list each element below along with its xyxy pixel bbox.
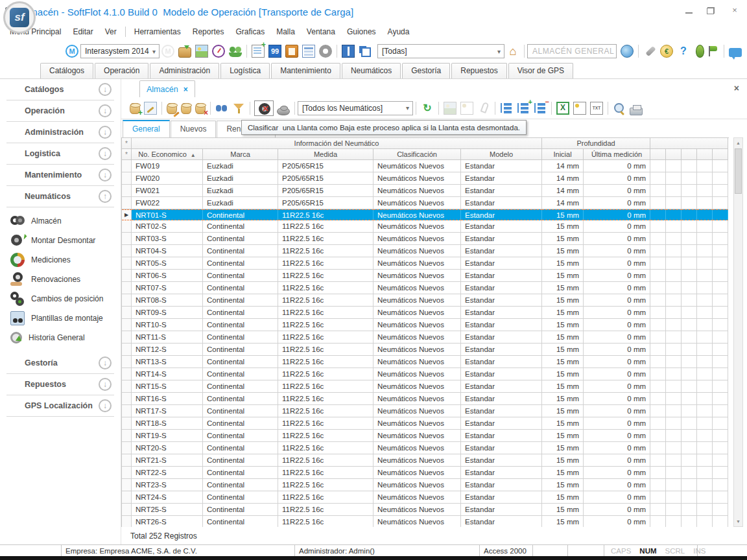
expand-circle-icon[interactable]: ↓	[99, 169, 112, 181]
database-icon[interactable]	[181, 103, 191, 114]
bug-report-icon[interactable]	[696, 45, 704, 58]
tab-almacen[interactable]: Almacén ×	[139, 80, 195, 97]
sidebar-item-almac-n[interactable]: Almacén	[0, 211, 121, 231]
expand-circle-icon[interactable]: ↓	[99, 126, 112, 139]
windows-icon[interactable]	[359, 45, 372, 58]
table-row[interactable]: NRT26-SContinental11R22.5 16cNeumáticos …	[122, 516, 728, 527]
sidebar-item-cambios-de-posici-n[interactable]: Cambios de posición	[0, 289, 121, 309]
group-list-icon[interactable]	[500, 102, 513, 115]
minimize-button[interactable]	[685, 8, 693, 14]
table-row[interactable]: NRT20-SContinental11R22.5 16cNeumáticos …	[122, 442, 728, 454]
table-row[interactable]: NRT15-SContinental11R22.5 16cNeumáticos …	[122, 380, 728, 393]
sidebar-item-historia-general[interactable]: Historia General	[0, 328, 121, 347]
column-header-no-economico[interactable]: No. Economico▲	[132, 149, 203, 160]
archive-icon[interactable]	[178, 47, 191, 58]
table-row[interactable]: NRT18-SContinental11R22.5 16cNeumáticos …	[122, 417, 728, 430]
column-header-medida[interactable]: Medida	[278, 149, 374, 160]
sidebar-group-neum-ticos[interactable]: Neumáticos↑	[6, 186, 114, 207]
search-wizard-icon[interactable]	[144, 102, 157, 115]
panel-close-icon[interactable]: ×	[734, 83, 739, 93]
close-button[interactable]: ×	[729, 5, 741, 16]
tire-baja-button-hovered[interactable]: ×	[254, 100, 274, 116]
module-tab-cat-logos[interactable]: Catálogos	[40, 63, 93, 78]
table-row[interactable]: NRT24-SContinental11R22.5 16cNeumáticos …	[122, 491, 728, 504]
subtab-general[interactable]: General	[123, 120, 170, 137]
table-row[interactable]: NRT23-SContinental11R22.5 16cNeumáticos …	[122, 479, 728, 491]
table-row[interactable]: FW019EuzkadiP205/65R15Neumáticos NuevosE…	[122, 160, 728, 172]
export-note-icon[interactable]	[573, 102, 586, 115]
users-icon[interactable]	[229, 45, 242, 57]
sidebar-group-repuestos[interactable]: Repuestos↓	[6, 374, 114, 395]
export-excel-icon[interactable]: X	[556, 102, 569, 115]
globe-search-icon[interactable]	[621, 45, 634, 58]
vehicle-filter-combobox[interactable]: [Todas] ▾	[377, 44, 504, 58]
add-record-icon[interactable]: +	[130, 103, 140, 114]
module-tab-repuestos[interactable]: Repuestos	[451, 63, 506, 78]
table-row[interactable]: NRT14-SContinental11R22.5 16cNeumáticos …	[122, 368, 728, 380]
sidebar-group-logistica[interactable]: Logistica↓	[6, 143, 114, 165]
table-row[interactable]: NRT03-SContinental11R22.5 16cNeumáticos …	[122, 233, 728, 245]
new-document-icon[interactable]: +	[252, 45, 265, 58]
module-tab-mantenimiento[interactable]: Mantenimiento	[271, 63, 340, 78]
table-row[interactable]: NRT12-SContinental11R22.5 16cNeumáticos …	[122, 344, 728, 356]
clipboard-icon[interactable]	[285, 45, 298, 58]
module-tab-gestor-a[interactable]: Gestoría	[402, 63, 450, 78]
menu-item-graficas[interactable]: Graficas	[230, 25, 270, 39]
flag-icon[interactable]	[706, 45, 719, 58]
tools-wrench-icon[interactable]	[645, 46, 656, 56]
module-tab-operaci-n[interactable]: Operación	[95, 63, 148, 78]
expand-circle-icon[interactable]: ↓	[99, 147, 112, 160]
module-m-icon[interactable]: M	[65, 45, 78, 58]
table-row[interactable]: NRT25-SContinental11R22.5 16cNeumáticos …	[122, 504, 728, 516]
company-combobox[interactable]: Interasystem 2014 ▾	[80, 44, 160, 58]
sidebar-group-cat-logos[interactable]: Catálogos↓	[6, 79, 114, 100]
header-asterisk-icon[interactable]: *	[122, 149, 132, 160]
edit-record-icon[interactable]	[167, 103, 177, 114]
print-preview-icon[interactable]	[613, 102, 626, 115]
expand-circle-icon[interactable]: ↓	[99, 378, 112, 391]
gear-icon[interactable]	[319, 45, 332, 58]
table-row[interactable]: NRT02-SContinental11R22.5 16cNeumáticos …	[122, 220, 728, 233]
tire-mount-icon[interactable]	[277, 108, 290, 115]
sidebar-item-renovaciones[interactable]: Renovaciones	[0, 270, 121, 289]
table-row[interactable]: NRT11-SContinental11R22.5 16cNeumáticos …	[122, 331, 728, 344]
expand-all-icon[interactable]: +	[517, 102, 530, 115]
expand-circle-icon[interactable]: ↓	[99, 104, 112, 117]
menu-item-guiones[interactable]: Guiones	[341, 25, 382, 39]
table-row[interactable]: NRT06-SContinental11R22.5 16cNeumáticos …	[122, 270, 728, 282]
collapse-circle-icon[interactable]: ↑	[99, 190, 112, 203]
module-tab-log-stica[interactable]: Logística	[220, 63, 270, 78]
table-row[interactable]: NRT10-SContinental11R22.5 16cNeumáticos …	[122, 319, 728, 331]
delete-record-icon[interactable]: ×	[195, 103, 206, 114]
column-header--ltima-medici-n[interactable]: Última medición	[584, 149, 650, 160]
table-row[interactable]: NRT09-SContinental11R22.5 16cNeumáticos …	[122, 307, 728, 319]
sidebar-group-gestor-a[interactable]: Gestoría↓	[6, 353, 114, 374]
table-row[interactable]: NRT04-SContinental11R22.5 16cNeumáticos …	[122, 245, 728, 257]
header-asterisk-icon[interactable]: *	[122, 138, 132, 149]
list-view-icon[interactable]	[302, 45, 315, 58]
sidebar-group-mantenimiento[interactable]: Mantenimiento↓	[6, 165, 114, 186]
table-row[interactable]: FW022EuzkadiP205/65R15Neumáticos NuevosE…	[122, 197, 728, 209]
sidebar-item-mediciones[interactable]: Mediciones	[0, 250, 121, 270]
subtab-nuevos[interactable]: Nuevos	[171, 121, 217, 137]
menu-item-editar[interactable]: Editar	[67, 25, 99, 39]
tab-close-icon[interactable]: ×	[184, 85, 188, 94]
table-row[interactable]: NRT08-SContinental11R22.5 16cNeumáticos …	[122, 294, 728, 307]
menu-item-herramientas[interactable]: Herramientas	[128, 25, 187, 39]
table-row[interactable]: NRT22-SContinental11R22.5 16cNeumáticos …	[122, 467, 728, 479]
scroll-up-icon[interactable]: ▲	[734, 138, 742, 148]
expand-circle-icon[interactable]: ↓	[99, 356, 112, 369]
sidebar-group-administraci-n[interactable]: Administración↓	[6, 122, 114, 143]
table-row[interactable]: ▶NRT01-SContinental11R22.5 16cNeumáticos…	[122, 209, 728, 220]
menu-item-malla[interactable]: Malla	[270, 25, 301, 39]
module-tab-administraci-n[interactable]: Administración	[150, 63, 219, 78]
sidebar-item-montar-desmontar[interactable]: Montar Desmontar	[0, 231, 121, 250]
records-filter-combobox[interactable]: [Todos los Neumáticos] ▾	[298, 101, 413, 115]
print-icon[interactable]	[630, 108, 643, 115]
refresh-icon[interactable]: ↻	[421, 102, 434, 115]
module-tab-neum-ticos[interactable]: Neumáticos	[342, 63, 401, 78]
menu-item-ventana[interactable]: Ventana	[301, 25, 341, 39]
image-icon[interactable]	[195, 45, 208, 58]
scrollbar-thumb[interactable]	[735, 148, 742, 194]
export-txt-icon[interactable]: TXT	[590, 102, 603, 115]
